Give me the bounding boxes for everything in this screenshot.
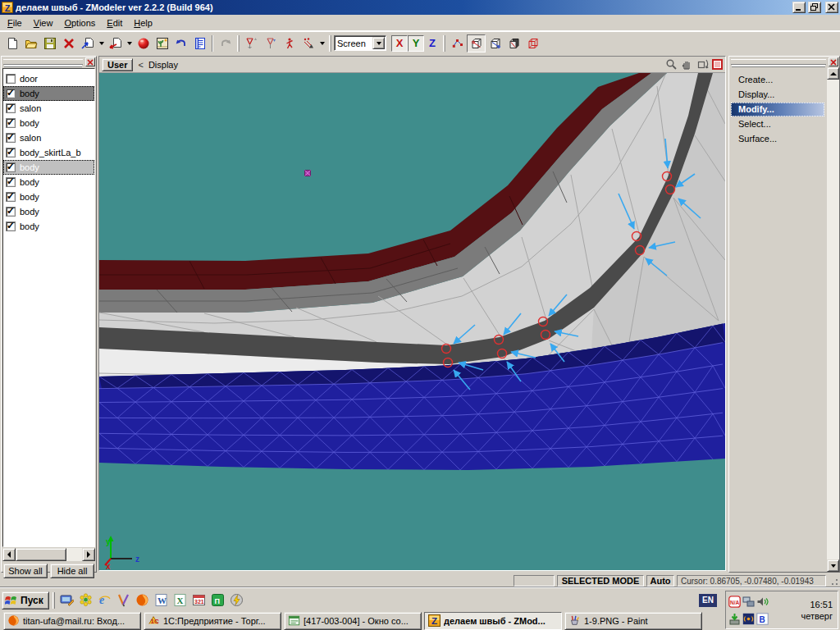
- vertices-tool-button[interactable]: [448, 34, 467, 52]
- axis-y-toggle[interactable]: Y: [408, 35, 424, 52]
- rotate-view-icon[interactable]: [696, 58, 709, 71]
- viewport-view-tab[interactable]: User: [102, 58, 133, 71]
- edge-mode-button[interactable]: [486, 34, 504, 52]
- object-row[interactable]: body: [3, 189, 94, 204]
- layout-b-icon[interactable]: В: [756, 613, 769, 625]
- start-button[interactable]: Пуск: [2, 591, 49, 609]
- quicklaunch-calendar[interactable]: 321: [190, 591, 208, 609]
- redo-button[interactable]: [216, 34, 235, 52]
- export-button[interactable]: [106, 34, 125, 52]
- quicklaunch-word[interactable]: W: [153, 591, 170, 609]
- taskbar-button-zmodeler[interactable]: Z делаем швыб - ZMod...: [424, 612, 562, 630]
- object-row[interactable]: salon: [3, 101, 94, 116]
- quicklaunch-winamp[interactable]: [228, 591, 245, 609]
- toolbar-grip[interactable]: [443, 35, 445, 52]
- object-row[interactable]: door: [3, 71, 94, 86]
- panel-grip[interactable]: [731, 59, 826, 65]
- visibility-checkbox[interactable]: [6, 162, 16, 172]
- title-bar[interactable]: Z делаем швыб - ZModeler ver 2.2.2 (Buil…: [0, 0, 840, 15]
- object-row[interactable]: body: [3, 219, 94, 234]
- object-row[interactable]: body: [3, 160, 94, 175]
- panel-grip[interactable]: [3, 59, 83, 65]
- network-icon[interactable]: [742, 596, 755, 608]
- object-row[interactable]: body: [3, 175, 94, 189]
- command-create[interactable]: Create...: [731, 73, 824, 87]
- horizontal-scrollbar[interactable]: [2, 548, 95, 561]
- command-surface[interactable]: Surface...: [731, 132, 824, 146]
- visibility-checkbox[interactable]: [6, 148, 16, 158]
- notes-button[interactable]: [190, 34, 209, 52]
- render-button[interactable]: [134, 34, 153, 52]
- object-mode-button[interactable]: [523, 34, 542, 52]
- pan-hand-icon[interactable]: [681, 58, 693, 71]
- open-file-button[interactable]: [21, 34, 40, 52]
- face-mode-button[interactable]: [504, 34, 523, 52]
- menu-view[interactable]: View: [28, 16, 59, 30]
- restore-button[interactable]: [808, 2, 821, 13]
- visibility-checkbox[interactable]: [6, 221, 16, 231]
- taskbar-button-mail[interactable]: titan-ufa@mail.ru: Вход...: [3, 612, 141, 630]
- scroll-right-button[interactable]: [82, 548, 95, 561]
- volume-icon[interactable]: [756, 596, 769, 608]
- visibility-checkbox[interactable]: [6, 133, 16, 143]
- export-dropdown[interactable]: [125, 34, 134, 52]
- viewport-canvas[interactable]: y z x: [99, 73, 725, 570]
- quicklaunch-paint-brush[interactable]: [115, 591, 132, 609]
- objects-panel-header[interactable]: [2, 57, 96, 67]
- scrollbar-track[interactable]: [827, 80, 839, 559]
- influence-tool-button[interactable]: [299, 34, 317, 52]
- delete-button[interactable]: [59, 34, 78, 52]
- resize-grip[interactable]: [829, 576, 838, 586]
- scroll-left-button[interactable]: [2, 548, 16, 561]
- view-mode-select[interactable]: Screen: [334, 35, 386, 51]
- save-button[interactable]: [40, 34, 59, 52]
- quicklaunch-green-app[interactable]: П: [209, 591, 226, 609]
- menu-file[interactable]: File: [2, 16, 28, 30]
- toolbar-grip[interactable]: [237, 35, 240, 52]
- object-row[interactable]: body: [3, 86, 94, 101]
- scrollbar-track[interactable]: [66, 548, 82, 561]
- taskbar-button-1c[interactable]: 1С 1С:Предприятие - Торг...: [144, 612, 281, 630]
- taskbar-button-window[interactable]: [417-003-004] - Окно со...: [284, 612, 422, 630]
- objects-panel-close-button[interactable]: [85, 57, 95, 66]
- language-indicator[interactable]: EN: [699, 594, 717, 607]
- viewport-back-arrow[interactable]: <: [138, 60, 143, 70]
- import-button[interactable]: [78, 34, 97, 52]
- visibility-checkbox[interactable]: [6, 89, 16, 98]
- visibility-checkbox[interactable]: [6, 118, 16, 128]
- visibility-checkbox[interactable]: [6, 74, 16, 84]
- scroll-up-button[interactable]: [827, 67, 839, 80]
- taskbar-button-paint[interactable]: 1-9.PNG - Paint: [564, 612, 702, 630]
- command-select[interactable]: Select...: [731, 117, 824, 131]
- modify-tool-1-button[interactable]: [242, 34, 261, 52]
- visibility-checkbox[interactable]: [6, 103, 16, 113]
- command-display[interactable]: Display...: [731, 88, 824, 102]
- toolbar-grip[interactable]: [329, 35, 331, 52]
- vertex-mode-button[interactable]: [467, 34, 486, 52]
- object-row[interactable]: salon: [3, 130, 94, 145]
- commands-panel-close-button[interactable]: [829, 57, 838, 66]
- command-modify[interactable]: Modify...: [731, 103, 824, 116]
- taskbar-grip[interactable]: [52, 592, 55, 609]
- scene-environment-button[interactable]: [153, 34, 171, 52]
- axis-z-toggle[interactable]: Z: [424, 35, 441, 52]
- maximize-viewport-button[interactable]: [712, 59, 723, 70]
- visibility-checkbox[interactable]: [6, 192, 16, 202]
- view-mode-dropdown[interactable]: [372, 37, 385, 49]
- zoom-icon[interactable]: [665, 58, 678, 71]
- bones-tool-button[interactable]: [280, 34, 299, 52]
- tools-dropdown[interactable]: [317, 34, 326, 52]
- quicklaunch-firefox[interactable]: [134, 591, 151, 609]
- visibility-checkbox[interactable]: [6, 177, 16, 187]
- new-file-button[interactable]: [2, 34, 21, 52]
- axis-x-toggle[interactable]: X: [391, 35, 408, 52]
- scroll-down-button[interactable]: [827, 559, 839, 572]
- menu-help[interactable]: Help: [128, 16, 158, 30]
- modify-tool-2-button[interactable]: [261, 34, 280, 52]
- status-auto-toggle[interactable]: Auto: [646, 575, 674, 587]
- vertical-scrollbar[interactable]: [827, 67, 839, 572]
- undo-button[interactable]: [171, 34, 190, 52]
- scrollbar-thumb[interactable]: [16, 548, 66, 561]
- radio-signal-icon[interactable]: [742, 613, 755, 625]
- quicklaunch-internet-explorer[interactable]: e: [96, 591, 113, 609]
